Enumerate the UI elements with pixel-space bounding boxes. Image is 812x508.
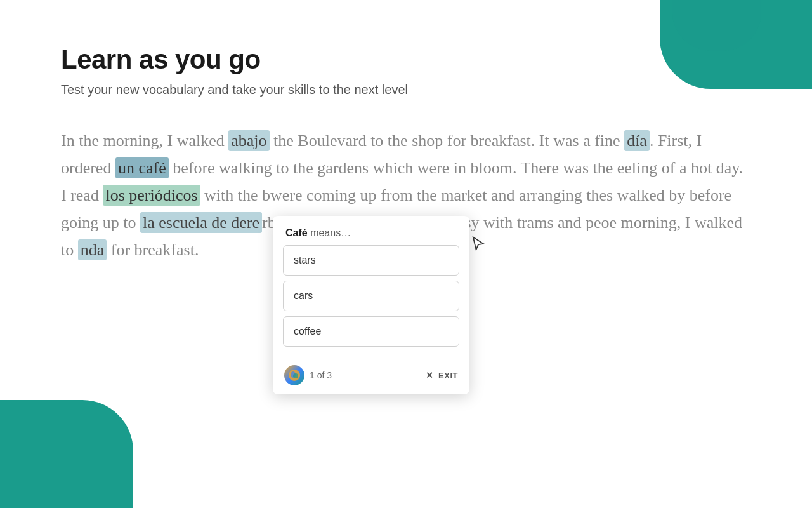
- svg-point-2: [293, 373, 298, 378]
- passage-text-7: were coming up from the market and arran…: [270, 186, 606, 204]
- quiz-popup: Café means… stars cars coffee 1 of 3: [273, 216, 469, 394]
- quiz-option-stars[interactable]: stars: [283, 245, 459, 276]
- quiz-logo: 1 of 3: [284, 365, 332, 385]
- quiz-option-coffee[interactable]: coffee: [283, 316, 459, 347]
- passage-text-11: for breakfast.: [107, 241, 199, 259]
- passage-text-1: In the morning, I walked: [61, 131, 228, 150]
- passage-text-2: the Boulevard to the shop for breakfast.…: [270, 131, 625, 150]
- quiz-option-cars[interactable]: cars: [283, 281, 459, 311]
- main-content: Learn as you go Test your new vocabulary…: [0, 0, 812, 289]
- quiz-exit-button[interactable]: ✕ EXIT: [426, 370, 458, 380]
- quiz-header: Café means…: [273, 216, 469, 245]
- cursor-svg: [469, 235, 487, 253]
- quiz-options-container: stars cars coffee: [273, 245, 469, 352]
- decorative-blob-bottom-left: [0, 400, 133, 508]
- word-los-periodicos[interactable]: los periódicos: [103, 185, 200, 206]
- quiz-progress: 1 of 3: [310, 370, 332, 380]
- passage-text-6: with the b: [200, 186, 271, 204]
- word-abajo[interactable]: abajo: [228, 130, 269, 151]
- exit-label: EXIT: [438, 371, 458, 380]
- quiz-word: Café: [285, 227, 308, 238]
- quiz-prompt-text: means…: [310, 227, 351, 238]
- app-logo-icon: [284, 365, 304, 385]
- page-subtitle: Test your new vocabulary and take your s…: [61, 83, 751, 97]
- word-nda[interactable]: nda: [78, 239, 107, 260]
- page-title: Learn as you go: [61, 44, 751, 75]
- word-dia[interactable]: día: [624, 130, 650, 151]
- quiz-footer: 1 of 3 ✕ EXIT: [273, 356, 469, 394]
- passage-text-4: before walking to the gardens which were…: [169, 159, 617, 177]
- word-la-escuela[interactable]: la escuela de dere: [140, 212, 262, 233]
- exit-x-icon: ✕: [426, 370, 434, 380]
- word-un-cafe[interactable]: un café: [115, 157, 169, 178]
- logo-svg: [288, 369, 301, 382]
